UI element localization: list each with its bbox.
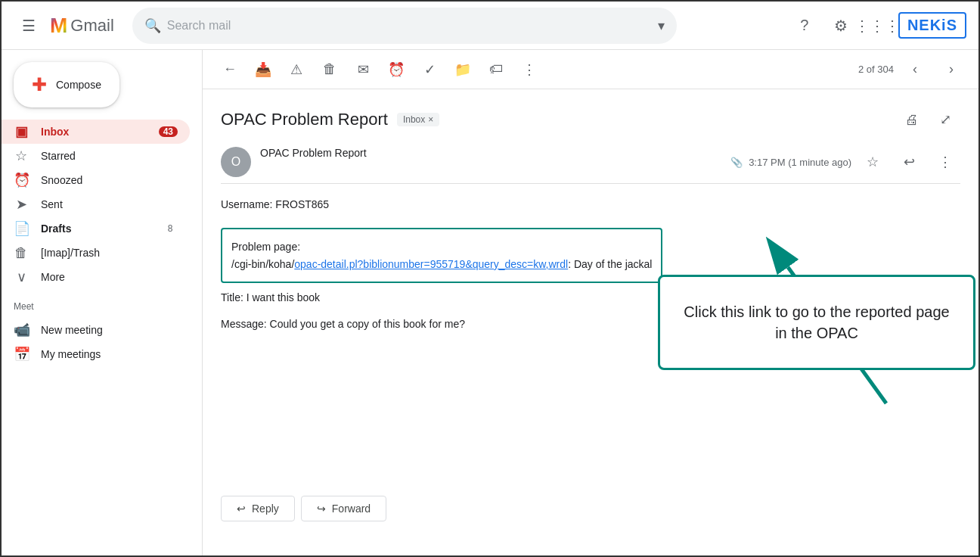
calendar-icon: 📅 <box>14 346 29 363</box>
problem-page-link[interactable]: opac-detail.pl?biblionumber=955719&query… <box>294 258 568 270</box>
email-header: O OPAC Problem Report 📎 3:17 PM (1 minut… <box>221 141 960 184</box>
prev-icon: ‹ <box>913 61 917 77</box>
top-bar: ☰ M Gmail 🔍 ▾ ? ⚙ ⋮⋮⋮ NEKiS <box>2 2 978 50</box>
email-timestamp: 3:17 PM (1 minute ago) <box>749 157 851 168</box>
inbox-icon: ▣ <box>14 123 29 140</box>
imap-trash-label: [Imap]/Trash <box>41 247 178 259</box>
inbox-tag-label: Inbox <box>403 114 425 125</box>
search-input[interactable] <box>167 19 652 33</box>
drafts-badge: 8 <box>163 223 178 234</box>
sidebar-item-snoozed[interactable]: ⏰ Snoozed <box>2 168 190 192</box>
move-button[interactable]: 📁 <box>448 54 478 85</box>
delete-icon: 🗑 <box>323 61 336 77</box>
spam-button[interactable]: ⚠ <box>281 54 312 85</box>
compose-plus-icon: ✚ <box>32 74 47 95</box>
sent-icon: ➤ <box>14 196 29 213</box>
video-icon: 📹 <box>14 322 29 338</box>
inbox-label: Inbox <box>41 126 147 138</box>
trash-icon: 🗑 <box>14 245 29 261</box>
problem-page-box: Problem page: /cgi-bin/koha/opac-detail.… <box>221 228 662 283</box>
reply-button[interactable]: ↩ Reply <box>221 496 295 521</box>
reply-quick-button[interactable]: ↩ <box>894 147 924 177</box>
prev-email-button[interactable]: ‹ <box>900 54 930 85</box>
nekls-logo: NEKiS <box>898 12 966 39</box>
problem-page-suffix: : Day of the jackal <box>568 258 652 270</box>
email-body: Username: FROST865 Problem page: /cgi-bi… <box>221 184 960 546</box>
help-button[interactable]: ? <box>789 11 820 41</box>
sidebar-item-inbox[interactable]: ▣ Inbox 43 <box>2 120 190 144</box>
gmail-logo: M Gmail <box>50 14 114 38</box>
settings-button[interactable]: ⚙ <box>826 11 856 41</box>
print-button[interactable]: 🖨 <box>897 104 927 135</box>
chevron-down-icon: ∨ <box>14 269 29 285</box>
attachment-icon: 📎 <box>730 157 743 168</box>
back-button[interactable]: ← <box>215 54 245 85</box>
forward-button[interactable]: ↪ Forward <box>301 496 386 521</box>
label-icon: 🏷 <box>489 61 503 77</box>
help-icon: ? <box>800 17 808 34</box>
sidebar-item-my-meetings[interactable]: 📅 My meetings <box>2 342 190 366</box>
snoozed-icon: ⏰ <box>14 172 29 188</box>
drafts-label: Drafts <box>41 222 150 235</box>
compose-label: Compose <box>56 79 101 91</box>
problem-page-label: Problem page: <box>231 241 300 253</box>
sidebar-item-drafts[interactable]: 📄 Drafts 8 <box>2 216 190 241</box>
archive-button[interactable]: 📥 <box>248 54 278 85</box>
page-info: 2 of 304 <box>858 64 894 75</box>
mark-unread-icon: ✉ <box>358 61 369 78</box>
compose-button[interactable]: ✚ Compose <box>14 62 119 107</box>
snooze-button[interactable]: ⏰ <box>381 54 411 85</box>
page-navigation: 2 of 304 ‹ › <box>858 54 966 85</box>
star-icon: ☆ <box>867 154 879 170</box>
label-button[interactable]: 🏷 <box>481 54 511 85</box>
forward-icon: ↪ <box>317 503 326 515</box>
gmail-label: Gmail <box>70 16 113 36</box>
sidebar-item-more[interactable]: ∨ More <box>2 265 190 289</box>
more-label: More <box>41 271 178 283</box>
menu-button[interactable]: ☰ <box>14 11 44 41</box>
username-line: Username: FROST865 <box>221 196 960 213</box>
drafts-icon: 📄 <box>14 220 29 237</box>
delete-button[interactable]: 🗑 <box>315 54 345 85</box>
callout-text: Click this link to go to the reported pa… <box>684 303 949 341</box>
hamburger-icon: ☰ <box>22 17 36 35</box>
search-dropdown-icon[interactable]: ▾ <box>658 17 665 34</box>
star-icon: ☆ <box>14 148 29 164</box>
inbox-tag-close[interactable]: × <box>428 114 433 125</box>
sidebar-item-new-meeting[interactable]: 📹 New meeting <box>2 318 190 342</box>
snooze-icon: ⏰ <box>388 61 405 78</box>
sent-label: Sent <box>41 198 178 210</box>
print-icon: 🖨 <box>905 112 919 128</box>
search-icon: 🔍 <box>144 17 161 34</box>
callout-box: Click this link to go to the reported pa… <box>658 275 975 370</box>
more-options-button[interactable]: ⋮ <box>514 54 544 85</box>
mark-unread-button[interactable]: ✉ <box>348 54 378 85</box>
star-button[interactable]: ☆ <box>858 147 888 177</box>
sender-avatar: O <box>221 147 251 177</box>
email-more-button[interactable]: ⋮ <box>930 147 960 177</box>
archive-icon: 📥 <box>255 61 271 78</box>
sidebar-item-sent[interactable]: ➤ Sent <box>2 192 190 216</box>
top-right-actions: ? ⚙ ⋮⋮⋮ NEKiS <box>789 11 966 41</box>
reply-icon: ↩ <box>237 503 246 515</box>
next-icon: › <box>949 61 954 77</box>
next-email-button[interactable]: › <box>936 54 966 85</box>
reply-area: ↩ Reply ↪ Forward <box>221 484 960 534</box>
email-subject: OPAC Problem Report <box>221 110 388 129</box>
gmail-m-icon: M <box>50 14 67 38</box>
apps-button[interactable]: ⋮⋮⋮ <box>862 11 892 41</box>
sidebar-item-imap-trash[interactable]: 🗑 [Imap]/Trash <box>2 241 190 265</box>
open-new-icon: ⤢ <box>940 111 951 128</box>
new-meeting-label: New meeting <box>41 324 103 336</box>
email-more-icon: ⋮ <box>938 154 952 170</box>
my-meetings-label: My meetings <box>41 348 101 360</box>
back-icon: ← <box>223 61 237 77</box>
email-subject-row: OPAC Problem Report Inbox × 🖨 ⤢ <box>221 95 960 141</box>
sidebar-item-starred[interactable]: ☆ Starred <box>2 144 190 168</box>
email-content: OPAC Problem Report Inbox × 🖨 ⤢ O <box>203 89 978 557</box>
task-button[interactable]: ✓ <box>414 54 445 85</box>
open-in-new-button[interactable]: ⤢ <box>930 104 960 135</box>
sender-name: OPAC Problem Report <box>260 147 730 159</box>
search-bar[interactable]: 🔍 ▾ <box>132 8 677 44</box>
starred-label: Starred <box>41 150 178 162</box>
